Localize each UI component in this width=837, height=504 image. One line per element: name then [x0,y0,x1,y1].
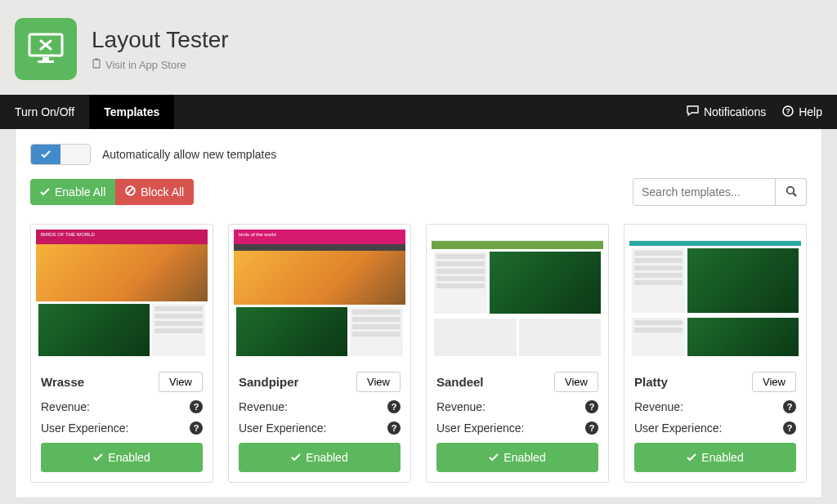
block-all-button[interactable]: Block All [115,179,194,205]
template-name: Platty [634,375,668,389]
tabs: Turn On/Off Templates [0,95,174,129]
notifications-label: Notifications [704,105,766,118]
help-icon: ? [782,105,794,119]
template-name: Sandeel [436,375,484,389]
help-icon[interactable]: ? [387,400,401,413]
enabled-label: Enabled [306,451,347,464]
help-icon[interactable]: ? [585,421,598,435]
help-icon[interactable]: ? [783,400,796,413]
visit-app-store-label: Visit in App Store [105,59,186,71]
app-icon [15,18,77,80]
help-icon[interactable]: ? [190,421,203,435]
svg-rect-2 [38,60,54,63]
enabled-button[interactable]: Enabled [41,443,203,472]
ux-label: User Experience: [634,421,722,435]
help-link[interactable]: ? Help [782,105,822,119]
template-card: BIRDS OF THE WORLD Wrasse View Revenue: … [30,224,213,483]
auto-allow-toggle[interactable] [30,144,91,165]
enabled-button[interactable]: Enabled [634,443,796,472]
view-button[interactable]: View [159,372,203,392]
enable-all-label: Enable All [55,185,105,198]
check-icon [291,451,301,464]
template-thumbnail [624,225,806,364]
help-label: Help [799,105,822,118]
block-icon [125,185,136,198]
check-icon [31,145,60,164]
navbar: Turn On/Off Templates Notifications ? He… [0,95,837,129]
enable-all-button[interactable]: Enable All [30,179,115,205]
tab-turn-on-off[interactable]: Turn On/Off [0,95,89,129]
check-icon [489,451,499,464]
check-icon [40,185,50,198]
search-icon [786,185,797,199]
svg-text:?: ? [786,107,790,115]
template-card: Platty View Revenue: ? User Experience: … [624,224,807,483]
templates-panel: Automatically allow new templates Enable… [15,129,822,498]
svg-rect-3 [93,60,100,68]
block-all-label: Block All [141,185,184,198]
template-thumbnail: BIRDS OF THE WORLD [31,225,213,364]
svg-line-10 [793,193,796,196]
help-icon[interactable]: ? [585,400,598,413]
check-icon [93,451,103,464]
revenue-label: Revenue: [436,400,486,413]
ux-label: User Experience: [436,421,524,435]
enabled-label: Enabled [108,451,150,464]
clipboard-icon [92,58,101,71]
enabled-button[interactable]: Enabled [436,443,598,472]
template-card: Sandeel View Revenue: ? User Experience:… [426,224,609,483]
svg-line-8 [128,188,133,194]
chat-icon [687,105,699,119]
page-title: Layout Tester [92,27,229,53]
search-button[interactable] [776,178,807,206]
search-input[interactable] [633,178,776,206]
enabled-label: Enabled [701,451,743,464]
ux-label: User Experience: [239,421,326,435]
template-name: Sandpiper [239,375,298,389]
auto-allow-label: Automatically allow new templates [102,148,276,161]
svg-rect-1 [43,57,49,60]
view-button[interactable]: View [752,372,796,392]
template-thumbnail: birds of the world [229,225,410,364]
help-icon[interactable]: ? [387,421,401,435]
template-card: birds of the world Sandpiper View Revenu… [228,224,411,483]
help-icon[interactable]: ? [783,421,796,435]
svg-rect-4 [95,59,98,61]
visit-app-store-link[interactable]: Visit in App Store [92,58,229,71]
revenue-label: Revenue: [634,400,683,413]
monitor-x-icon [26,33,65,65]
page-header: Layout Tester Visit in App Store [0,0,837,95]
view-button[interactable]: View [554,372,598,392]
template-cards: BIRDS OF THE WORLD Wrasse View Revenue: … [30,224,807,483]
template-name: Wrasse [41,375,84,389]
ux-label: User Experience: [41,421,128,435]
enabled-button[interactable]: Enabled [239,443,401,472]
revenue-label: Revenue: [41,400,90,413]
help-icon[interactable]: ? [190,400,203,413]
svg-point-9 [786,186,794,194]
notifications-link[interactable]: Notifications [687,105,766,119]
template-thumbnail [427,225,608,364]
revenue-label: Revenue: [239,400,288,413]
enabled-label: Enabled [504,451,545,464]
view-button[interactable]: View [356,372,401,392]
check-icon [687,451,696,464]
tab-templates[interactable]: Templates [89,95,174,129]
